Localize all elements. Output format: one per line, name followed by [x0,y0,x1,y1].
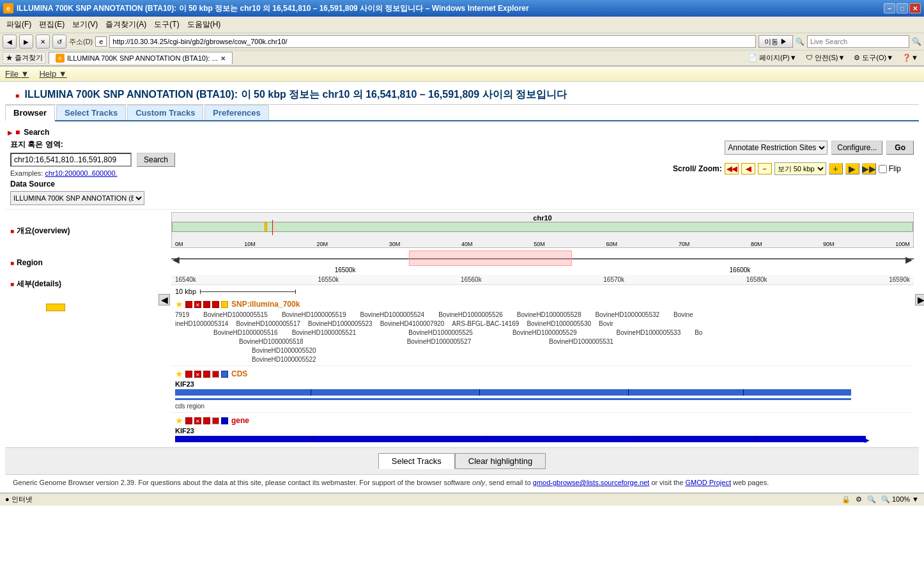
footer-gmod-link[interactable]: GMOD Project [685,479,731,486]
ie-toolbar-safety[interactable]: 🛡 안전(S)▼ [803,52,849,64]
tab-custom-tracks[interactable]: Custom Tracks [127,105,203,120]
menu-tools[interactable]: 도구(T) [150,18,183,31]
zoom-select[interactable]: 보기 50 kbp [774,162,826,175]
cds-track-title[interactable]: CDS [231,369,247,378]
snp-names-row4: BovineHD1000005518 BovineHD1000005527 Bo… [175,337,910,346]
tab-label: ILLUMINA 700K SNP ANNOTATION (BTA10): ..… [67,54,218,62]
cds-thick-bar[interactable] [175,389,851,396]
refresh-button[interactable]: ↺ [52,35,66,49]
gene-icon-5[interactable] [221,417,228,424]
app-menu-help[interactable]: Help ▼ [39,69,66,79]
snp-track-title[interactable]: SNP:illumina_700k [231,300,300,309]
ie-tab[interactable]: e ILLUMINA 700K SNP ANNOTATION (BTA10): … [49,52,233,64]
menu-favorites[interactable]: 즐겨찾기(A) [102,18,150,31]
snp-icon-1[interactable] [185,301,192,308]
close-button[interactable]: ✕ [909,3,921,13]
clear-highlighting-button[interactable]: Clear highlighting [455,453,546,469]
search-input[interactable] [10,153,132,167]
menu-view[interactable]: 보기(V) [68,18,102,31]
search-arrow-icon: ▶ [8,129,13,136]
snp-icon-3[interactable] [203,301,210,308]
zoom-minus-button[interactable]: – [758,163,772,174]
cds-icon-1[interactable] [185,371,192,378]
search-title: Search [24,128,49,137]
overview-section: ■ 개요(overview) chr10 0M 10M 20M 30 [5,212,919,248]
ruler-row: 16540k 16550k 16560k 16570k 16580k 16590… [171,275,914,285]
configure-button[interactable]: Configure... [831,141,882,155]
gene-bar[interactable]: ▶ [175,436,866,442]
snp-icon-5[interactable] [221,301,228,308]
ie-search-button[interactable]: 🔍 [912,35,921,48]
zoom-forward-button[interactable]: ▶▶ [862,163,876,174]
details-nav-left[interactable]: ◀ [158,294,170,305]
ie-toolbar-tools[interactable]: ⚙ 도구(O)▼ [851,52,897,64]
forward-button[interactable]: ▶ [19,35,33,49]
scroll-zoom-row: Scroll/ Zoom: ◀◀ ◀ – 보기 50 kbp + ▶ ▶▶ Fl… [673,162,914,175]
favorites-star[interactable]: ★ 즐겨찾기 [3,52,46,64]
chr-label: chr10 [533,214,551,222]
maximize-button[interactable]: □ [897,3,908,13]
tab-close-icon[interactable]: ✕ [220,55,226,62]
cds-region-label: cds region [175,403,910,410]
go-button[interactable]: Go [886,141,914,155]
tab-preferences[interactable]: Preferences [204,105,268,120]
cds-icon-5[interactable] [221,371,228,378]
gene-name: KIF23 [175,427,910,435]
select-tracks-button[interactable]: Select Tracks [378,453,455,469]
footer-email-link[interactable]: gmod-gbrowse@lists.sourceforge.net [533,479,649,486]
region-right-arrow: ▶ [905,254,912,265]
ie-search-input[interactable] [807,35,909,48]
overview-mini-box[interactable] [265,222,267,232]
ie-toolbar-page[interactable]: 📄 페이지(P)▼ [745,52,800,64]
examples-link[interactable]: chr10:200000..600000. [45,169,117,177]
data-source-select[interactable]: ILLUMINA 700K SNP ANNOTATION (BTA10 [10,191,144,205]
overview-header[interactable]: ■ 개요(overview) [8,223,169,238]
address-go-button[interactable]: 이동 ▶ [758,35,793,48]
chr-ticks: 0M 10M 20M 30M 40M 50M 60M 70M 80M 90M 1… [172,241,913,247]
search-section-header[interactable]: ▶ ■ Search [5,125,919,138]
snp-icon-2[interactable]: ✕ [194,301,201,308]
gene-label-row: ★ ✕ gene [175,415,910,426]
stop-button[interactable]: ✕ [36,35,50,49]
snp-names-row3: BovineHD1000005516 BovineHD1000005521 Bo… [175,328,910,337]
tab-browser[interactable]: Browser [5,105,55,121]
search-button[interactable]: Search [137,153,175,167]
bottom-buttons: Select Tracks Clear highlighting [5,447,919,474]
gene-icon-3[interactable] [203,417,210,424]
ie-toolbar-help[interactable]: ❓▼ [899,52,921,63]
ie-menu-bar: 파일(F) 편집(E) 보기(V) 즐겨찾기(A) 도구(T) 도움말(H) [0,17,924,33]
menu-edit[interactable]: 편집(E) [35,18,68,31]
zoom-left-button[interactable]: ◀ [741,163,755,174]
tab-select-tracks[interactable]: Select Tracks [56,105,126,120]
gene-icon-4[interactable] [212,417,219,424]
snp-icon-4[interactable] [212,301,219,308]
zoom-rewind-button[interactable]: ◀◀ [725,163,739,174]
tab-bar: Browser Select Tracks Custom Tracks Pref… [5,105,919,121]
region-highlight[interactable] [409,251,573,266]
flip-checkbox[interactable] [879,165,887,173]
cds-icon-3[interactable] [203,371,210,378]
menu-help[interactable]: 도움말(H) [183,18,225,31]
cds-icon-4[interactable] [212,371,219,378]
zoom-level[interactable]: 🔍 100% ▼ [881,495,919,504]
annotate-select[interactable]: Annotate Restriction Sites [725,141,828,155]
back-button[interactable]: ◀ [3,35,17,49]
address-input[interactable] [109,35,756,48]
gene-icon-2[interactable]: ✕ [194,417,201,424]
details-header[interactable]: ■ 세부(details) [8,276,169,291]
gene-icon-1[interactable] [185,417,192,424]
cds-icon-2[interactable]: ✕ [194,371,201,378]
examples: Examples: chr10:200000..600000. [10,169,175,177]
flip-label: Flip [889,164,901,173]
gene-track-title[interactable]: gene [231,416,249,425]
minimize-button[interactable]: – [884,3,895,13]
zoom-plus-button[interactable]: + [829,163,843,174]
app-menu-bar: File ▼ Help ▼ [0,66,924,82]
menu-file[interactable]: 파일(F) [3,18,35,31]
details-mini-box [46,304,65,311]
region-header[interactable]: ■ Region [8,256,169,268]
chr-ruler[interactable] [172,222,913,232]
details-nav-right[interactable]: ▶ [915,294,924,305]
app-menu-file[interactable]: File ▼ [5,69,29,79]
zoom-right-button[interactable]: ▶ [845,163,859,174]
